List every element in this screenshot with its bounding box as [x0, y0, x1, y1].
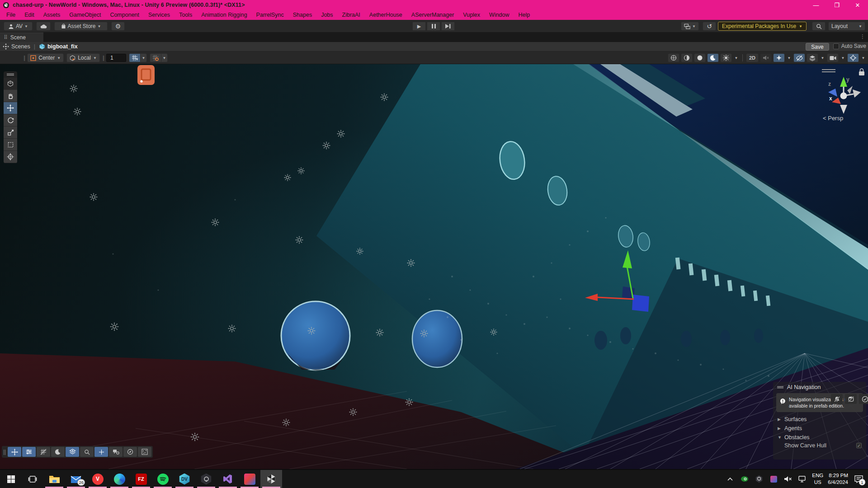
- breadcrumb-scenes[interactable]: Scenes: [11, 43, 30, 50]
- undo-history-button[interactable]: ↺: [703, 22, 716, 31]
- search-button[interactable]: [812, 22, 826, 31]
- gizmos-dropdown[interactable]: ▼: [860, 53, 866, 62]
- layers-dropdown[interactable]: ▼: [820, 53, 826, 62]
- action-center-button[interactable]: 1: [853, 473, 864, 485]
- menu-file[interactable]: File: [2, 10, 20, 20]
- status-check-button[interactable]: [859, 394, 868, 404]
- menu-help[interactable]: Help: [514, 10, 535, 20]
- save-button[interactable]: Save: [806, 43, 829, 51]
- obstacles-section[interactable]: ▼ Obstacles: [773, 432, 866, 441]
- projection-toggle[interactable]: < Persp: [823, 115, 843, 122]
- experimental-packages-dropdown[interactable]: Experimental Packages In Use ▼: [718, 22, 807, 31]
- auto-save-checkbox[interactable]: [833, 43, 839, 49]
- show-carve-hull-row[interactable]: Show Carve Hull ✓: [773, 441, 866, 449]
- grid-snap-button[interactable]: [129, 53, 141, 62]
- lighting-overlay-button[interactable]: [51, 447, 65, 457]
- orientation-gizmo[interactable]: y z x < Persp: [820, 66, 866, 125]
- menu-zibraai[interactable]: ZibraAI: [338, 10, 365, 20]
- compass-overlay-button[interactable]: [123, 447, 137, 457]
- gizmos-button[interactable]: [847, 53, 859, 62]
- layout-dropdown[interactable]: Layout ▼: [828, 22, 865, 31]
- taskbar-davinci[interactable]: DV: [174, 470, 195, 488]
- camera-overlay-button[interactable]: [109, 447, 123, 457]
- step-button[interactable]: [441, 22, 455, 31]
- menu-window[interactable]: Window: [485, 10, 514, 20]
- lock-icon[interactable]: [859, 69, 864, 75]
- start-button[interactable]: [0, 470, 22, 488]
- clock[interactable]: 8:29 PM 6/4/2024: [828, 472, 848, 486]
- tab-menu-icon[interactable]: ⋮: [860, 33, 865, 40]
- scale-tool-button[interactable]: [4, 127, 17, 139]
- drag-handle-icon[interactable]: [777, 386, 784, 389]
- asset-store-dropdown[interactable]: Asset Store ▼: [54, 22, 108, 31]
- scene-effects-button[interactable]: [720, 53, 732, 62]
- agents-section[interactable]: ▶ Agents: [773, 422, 866, 432]
- close-button[interactable]: ✕: [847, 0, 868, 10]
- transform-tool-button[interactable]: [4, 151, 17, 163]
- layers-button[interactable]: [807, 53, 818, 62]
- drag-handle-icon[interactable]: ||: [3, 449, 6, 455]
- scene-audio-button[interactable]: [760, 53, 772, 62]
- taskbar-filezilla[interactable]: FZ: [130, 470, 152, 488]
- view-tool-button[interactable]: [4, 78, 17, 90]
- taskbar-rider[interactable]: [239, 470, 260, 488]
- rect-tool-button[interactable]: [4, 139, 17, 151]
- menu-services[interactable]: Services: [144, 10, 175, 20]
- menu-aservermanager[interactable]: AServerManager: [407, 10, 459, 20]
- taskbar-spotify[interactable]: [152, 470, 174, 488]
- menu-aetherhouse[interactable]: AetherHouse: [365, 10, 407, 20]
- menu-animation-rigging[interactable]: Animation Rigging: [197, 10, 251, 20]
- rotate-tool-button[interactable]: [4, 114, 17, 127]
- show-carve-hull-checkbox[interactable]: ✓: [856, 443, 862, 448]
- texture-overlay-button[interactable]: [138, 447, 151, 457]
- increment-snap-button[interactable]: [150, 53, 161, 62]
- scene-lighting-button[interactable]: [707, 53, 719, 62]
- menu-edit[interactable]: Edit: [20, 10, 39, 20]
- pivot-mode-dropdown[interactable]: Center ▼: [27, 53, 64, 62]
- rider-tray-icon[interactable]: [769, 474, 778, 484]
- gitkraken-tray-icon[interactable]: [754, 474, 764, 484]
- skybox-toggle-button[interactable]: [694, 53, 706, 62]
- gizmo-drag-handle[interactable]: [822, 70, 835, 72]
- cache-disabled-button[interactable]: [845, 394, 857, 404]
- menu-parrelsync[interactable]: ParrelSync: [252, 10, 288, 20]
- multiplayer-dropdown[interactable]: ▼: [681, 22, 699, 31]
- menu-tools[interactable]: Tools: [175, 10, 197, 20]
- particle-preview-dropdown[interactable]: ▼: [786, 53, 792, 62]
- menu-vuplex[interactable]: Vuplex: [458, 10, 485, 20]
- transform-overlay-button[interactable]: [94, 447, 108, 457]
- particle-preview-button[interactable]: [773, 53, 785, 62]
- camera-settings-dropdown[interactable]: ▼: [840, 53, 846, 62]
- task-view-button[interactable]: [22, 470, 43, 488]
- scene-effects-dropdown[interactable]: ▼: [733, 53, 739, 62]
- grid-snap-dropdown[interactable]: ▼: [141, 53, 147, 62]
- increment-snap-dropdown[interactable]: ▼: [161, 53, 168, 62]
- language-indicator[interactable]: ENG US: [812, 472, 823, 486]
- properties-overlay-button[interactable]: [22, 447, 36, 457]
- taskbar-edge[interactable]: [108, 470, 130, 488]
- grid-visibility-button[interactable]: [37, 447, 50, 457]
- auto-save-toggle[interactable]: Auto Save: [833, 43, 866, 49]
- scene-viewport[interactable]: y z x < Persp AI Navigation Nav: [0, 64, 868, 469]
- settings-button[interactable]: ⚙: [111, 22, 125, 31]
- surfaces-section[interactable]: ▶ Surfaces: [773, 413, 866, 422]
- draw-mode-button[interactable]: [668, 53, 679, 62]
- tray-chevron-up[interactable]: [725, 474, 735, 484]
- volume-muted-icon[interactable]: [783, 474, 793, 484]
- taskbar-mail[interactable]: 26: [65, 470, 87, 488]
- search-overlay-button[interactable]: [80, 447, 94, 457]
- camera-settings-button[interactable]: [827, 53, 839, 62]
- taskbar-visual-studio[interactable]: [217, 470, 239, 488]
- drag-handle-icon[interactable]: [4, 71, 17, 78]
- taskbar-gitkraken[interactable]: [195, 470, 217, 488]
- breadcrumb-prefab-name[interactable]: bigboat_fix: [47, 43, 78, 50]
- mode-2d-button[interactable]: 2D: [746, 53, 759, 62]
- move-overlay-button[interactable]: [8, 447, 21, 457]
- menu-component[interactable]: Component: [105, 10, 144, 20]
- sprite-gizmo[interactable]: [137, 65, 155, 85]
- axis-cones[interactable]: [828, 77, 861, 114]
- play-button[interactable]: ▶: [412, 22, 426, 31]
- taskbar-file-explorer[interactable]: [43, 470, 65, 488]
- menu-gameobject[interactable]: GameObject: [65, 10, 105, 20]
- menu-jobs[interactable]: Jobs: [316, 10, 337, 20]
